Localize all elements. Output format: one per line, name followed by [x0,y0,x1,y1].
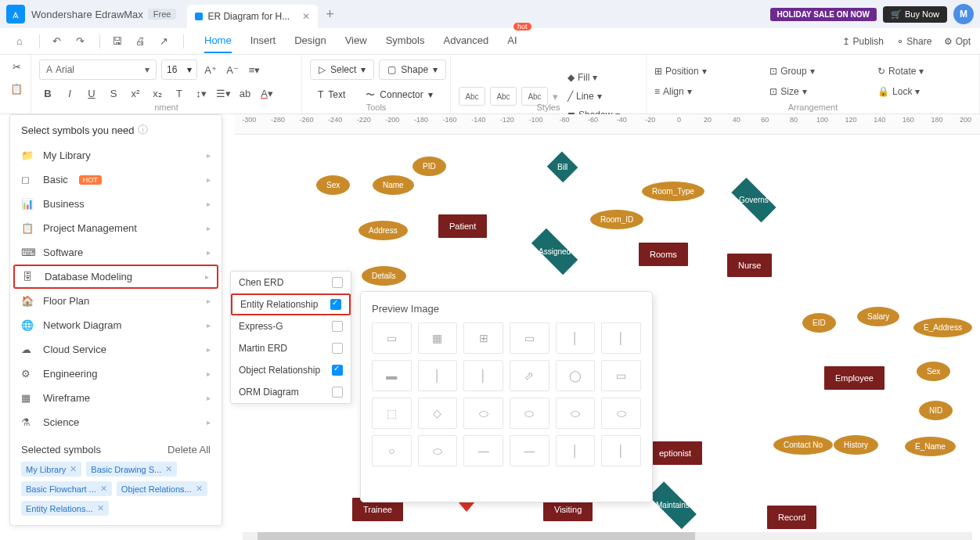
er-attribute[interactable]: Room_Type [642,182,704,201]
selected-tag[interactable]: Object Relations...✕ [117,481,207,496]
position-button[interactable]: ⊞ Position▾ [654,63,754,80]
delete-all-button[interactable]: Delete All [168,444,211,455]
category-item[interactable]: ☁Cloud Service▸ [10,337,222,362]
er-relationship[interactable]: Assigned [531,229,578,275]
align-button[interactable]: ≡ Align▾ [654,83,754,100]
increase-font-icon[interactable]: A⁺ [202,61,219,78]
size-select[interactable]: 16▾ [161,59,197,80]
checkbox[interactable] [332,365,343,376]
symbol-preview[interactable]: │ [556,435,596,466]
symbol-preview[interactable]: ⬭ [601,398,641,429]
er-relationship[interactable]: Bill [547,152,578,183]
category-item[interactable]: ⌨Software▸ [10,240,222,265]
er-entity[interactable]: Nurse [727,254,772,277]
symbol-preview[interactable]: ⬭ [463,398,503,429]
symbol-preview[interactable]: │ [601,435,641,466]
fontcolor-icon[interactable]: A▾ [258,85,276,102]
avatar[interactable]: M [953,4,974,24]
symbol-preview[interactable]: ⬭ [556,398,596,429]
group-button[interactable]: ⊡ Group▾ [769,63,862,80]
category-item[interactable]: ◻BasicHOT▸ [10,167,222,192]
er-entity[interactable]: Rooms [639,243,688,266]
submenu-item[interactable]: ORM Diagram [231,381,351,403]
bullets-icon[interactable]: ☰▾ [214,85,232,102]
symbol-preview[interactable]: ▦ [418,322,458,354]
symbol-preview[interactable]: — [463,435,503,466]
er-attribute[interactable]: Contact No [773,435,833,455]
checkbox[interactable] [330,299,341,310]
text-button[interactable]: T Text [310,85,353,105]
close-icon[interactable]: ✕ [165,464,172,474]
fill-button[interactable]: ◆ Fill▾ [567,69,620,86]
rotate-button[interactable]: ↻ Rotate▾ [877,63,971,80]
case-icon[interactable]: T [171,85,188,102]
share-button[interactable]: ⚬ Share [896,36,931,47]
close-icon[interactable]: ✕ [302,11,310,22]
symbol-preview[interactable]: ◇ [418,398,458,429]
er-entity[interactable]: Employee [824,366,885,390]
er-entity[interactable]: eptionist [648,441,702,465]
style-preset[interactable]: Abc [459,87,485,106]
submenu-item[interactable]: Object Relationship [231,359,351,381]
decrease-font-icon[interactable]: A⁻ [224,61,241,78]
category-item[interactable]: 📊Business▸ [10,192,222,216]
sub-icon[interactable]: x₂ [149,85,166,102]
close-icon[interactable]: ✕ [97,503,104,513]
er-attribute[interactable]: EID [802,313,836,333]
tab-advanced[interactable]: Advanced [443,29,488,53]
tab-view[interactable]: View [345,29,367,53]
category-item[interactable]: ⚗Science▸ [10,410,222,434]
undo-icon[interactable]: ↶ [46,31,67,52]
selected-tag[interactable]: Basic Flowchart ...✕ [21,481,112,496]
save-icon[interactable]: 🖫 [106,31,127,52]
er-entity[interactable]: Record [767,506,816,529]
symbol-preview[interactable]: ⬭ [418,435,458,466]
symbol-preview[interactable]: ▭ [601,360,641,391]
symbol-preview[interactable]: ◯ [556,360,596,391]
close-icon[interactable]: ✕ [100,484,107,494]
document-tab[interactable]: ER Diagram for H... ✕ [187,5,318,28]
submenu-item[interactable]: Entity Relationship [231,293,351,315]
align-icon[interactable]: ≡▾ [246,61,263,78]
scrollbar[interactable] [243,532,972,540]
er-relationship[interactable]: Maintains [649,481,697,529]
er-entity[interactable]: Patient [438,214,487,238]
submenu-item[interactable]: Express-G [231,315,351,337]
symbol-preview[interactable]: ⬀ [510,360,549,391]
symbol-preview[interactable]: ▬ [372,360,412,391]
strike-icon[interactable]: S [105,85,122,102]
selected-tag[interactable]: Entity Relations...✕ [21,501,109,516]
category-item[interactable]: ⚙Engineering▸ [10,362,222,386]
underline-icon[interactable]: U [83,85,100,102]
spacing-icon[interactable]: ↕▾ [193,85,210,102]
checkbox[interactable] [332,343,343,354]
submenu-item[interactable]: Chen ERD [231,272,351,293]
symbol-preview[interactable]: ⊞ [463,322,503,354]
bold-icon[interactable]: B [39,85,56,102]
er-attribute[interactable]: Sex [917,362,950,381]
er-attribute[interactable]: History [834,435,878,455]
category-item[interactable]: 📁My Library▸ [10,143,222,167]
category-item[interactable]: 🗄Database Modeling▸ [13,265,218,289]
symbol-preview[interactable]: ⬭ [510,398,549,429]
symbol-preview[interactable]: ○ [372,435,412,466]
cut-icon[interactable]: ✂ [8,58,25,75]
font-select[interactable]: AArial▾ [39,59,157,80]
promo-banner[interactable]: HOLIDAY SALE ON NOW [770,8,877,21]
symbol-preview[interactable]: │ [556,322,596,354]
add-tab-button[interactable]: + [326,6,334,23]
er-attribute[interactable]: Salary [857,307,899,326]
close-icon[interactable]: ✕ [196,484,203,494]
options-button[interactable]: ⚙ Opt [944,36,971,47]
checkbox[interactable] [332,387,343,398]
er-attribute[interactable]: Room_ID [590,210,643,229]
er-attribute[interactable]: PID [413,157,446,176]
tab-ai[interactable]: AIhot [507,29,517,53]
selected-tag[interactable]: Basic Drawing S...✕ [86,462,177,477]
line-button[interactable]: ╱ Line▾ [567,88,620,105]
redo-icon[interactable]: ↷ [70,31,90,52]
tab-insert[interactable]: Insert [250,29,276,53]
symbol-preview[interactable]: ▭ [510,322,549,354]
symbol-preview[interactable]: ⬚ [372,398,412,429]
submenu-item[interactable]: Martin ERD [231,337,351,359]
